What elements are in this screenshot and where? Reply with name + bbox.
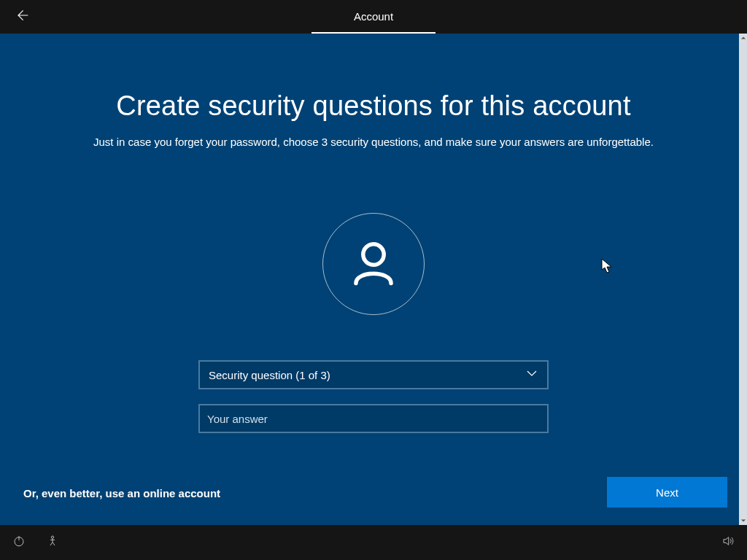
chevron-down-icon <box>525 367 538 383</box>
volume-button[interactable] <box>719 534 737 551</box>
next-button[interactable]: Next <box>607 477 727 508</box>
speaker-icon <box>721 534 735 551</box>
use-online-account-link[interactable]: Or, even better, use an online account <box>23 487 220 499</box>
system-tray-bar <box>0 525 747 560</box>
svg-point-3 <box>51 536 53 538</box>
back-arrow-icon <box>15 8 29 26</box>
page-subtitle: Just in case you forget your password, c… <box>0 136 747 148</box>
power-icon <box>12 534 26 551</box>
scrollbar-up-arrow-icon[interactable] <box>739 34 747 42</box>
tab-account[interactable]: Account <box>311 0 436 34</box>
power-button[interactable] <box>10 534 28 551</box>
ease-of-access-button[interactable] <box>44 534 61 551</box>
svg-point-0 <box>363 244 384 265</box>
tab-account-label: Account <box>354 10 393 23</box>
header-tabs: Account <box>0 0 747 34</box>
use-online-account-link-label: Or, even better, use an online account <box>23 487 220 499</box>
accessibility-icon <box>46 534 59 551</box>
security-question-dropdown[interactable]: Security question (1 of 3) <box>198 360 549 389</box>
avatar <box>322 213 425 315</box>
back-button[interactable] <box>7 0 36 34</box>
security-question-dropdown-label: Security question (1 of 3) <box>209 369 330 381</box>
page-title: Create security questions for this accou… <box>0 90 747 122</box>
scrollbar-down-arrow-icon[interactable] <box>739 516 747 525</box>
next-button-label: Next <box>656 486 678 499</box>
user-icon <box>348 237 399 291</box>
title-bar: Account <box>0 0 747 34</box>
security-answer-input[interactable] <box>198 404 549 433</box>
